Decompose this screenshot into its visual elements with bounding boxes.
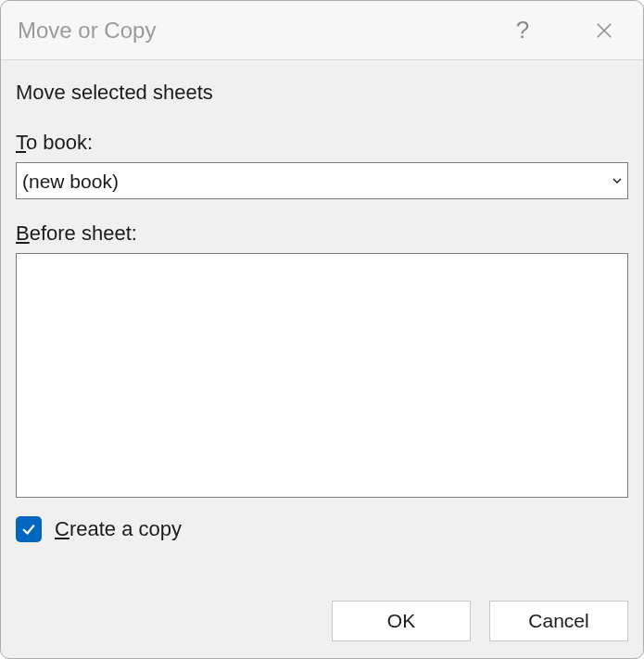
cancel-button[interactable]: Cancel	[489, 601, 628, 641]
before-sheet-listbox[interactable]	[16, 253, 628, 498]
help-icon: ?	[516, 16, 529, 44]
checkmark-icon	[20, 521, 37, 538]
dialog-content: Move selected sheets To book: (new book)…	[1, 60, 643, 601]
close-icon	[594, 20, 614, 41]
titlebar: Move or Copy ?	[1, 1, 643, 60]
dialog-title: Move or Copy	[18, 18, 500, 44]
before-sheet-label: Before sheet:	[16, 222, 628, 246]
ok-button[interactable]: OK	[332, 601, 471, 641]
button-row: OK Cancel	[1, 601, 643, 658]
to-book-select[interactable]: (new book)	[16, 162, 628, 199]
to-book-select-wrap: (new book)	[16, 162, 628, 199]
create-copy-row: Create a copy	[16, 516, 628, 542]
close-button[interactable]	[582, 8, 626, 53]
help-button[interactable]: ?	[500, 8, 545, 53]
to-book-label: To book:	[16, 131, 628, 155]
move-or-copy-dialog: Move or Copy ? Move selected sheets To b…	[0, 0, 644, 659]
section-heading: Move selected sheets	[16, 81, 628, 105]
create-copy-checkbox[interactable]	[16, 516, 42, 542]
create-copy-label[interactable]: Create a copy	[55, 517, 182, 541]
